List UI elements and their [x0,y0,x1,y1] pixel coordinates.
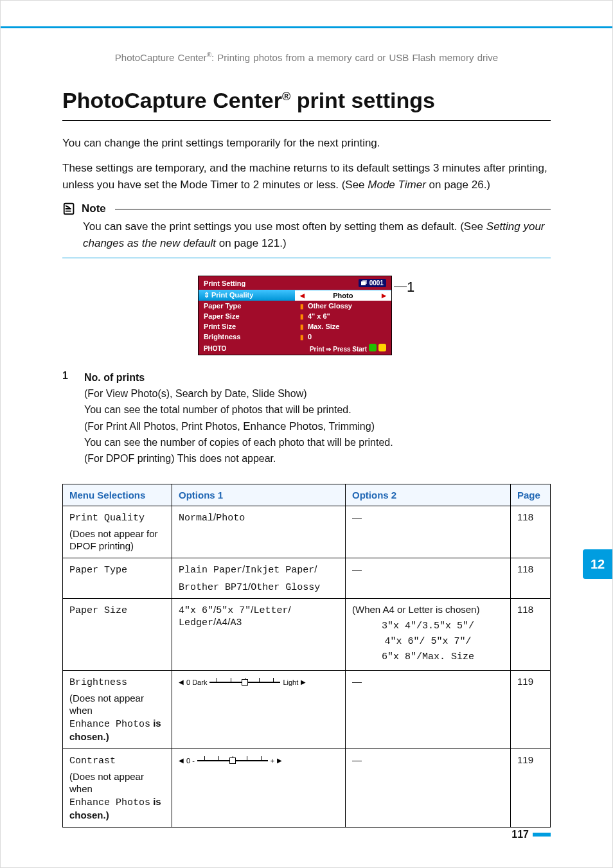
cell-page: 119 [511,670,551,748]
slider-track [209,679,280,686]
table-row: Print Quality (Does not appear for DPOF … [63,506,551,558]
running-header-suffix: : Printing photos from a memory card or … [211,52,498,63]
lcd-footer-right: Print ⇒ Press Start [310,344,386,353]
lcd-count-value: 0001 [369,279,384,287]
cell-opt1: ◀ 0 - + ▶ [172,748,346,827]
cell-subnote: (Does not appear for DPOF printing) [69,527,165,553]
chapter-tab: 12 [583,549,612,579]
lcd-row-value: ▮Max. Size [295,321,391,332]
cell-menu: Print Quality (Does not appear for DPOF … [63,506,172,558]
settings-table: Menu Selections Options 1 Options 2 Page… [62,484,551,828]
table-header-row: Menu Selections Options 1 Options 2 Page [63,484,551,506]
cell-opt2: — [346,748,511,827]
lcd-title: Print Setting [204,279,245,287]
definition-line: You can see the total number of photos t… [84,402,551,418]
cell-page: 118 [511,506,551,558]
lcd-row-label: Print Size [199,321,295,332]
lcd-row: Brightness ▮0 [199,332,391,342]
brightness-slider-graphic: ◀ 0 Dark Light ▶ [179,678,339,686]
slider-knob [229,757,236,764]
page: PhotoCapture Center®: Printing photos fr… [0,0,613,868]
cell-opt1: ◀ 0 Dark Light ▶ [172,670,346,748]
start-buttons-icon [369,344,386,351]
lcd-screen: Print Setting 0001 ⇕ Print Quality ◀ Pho… [199,276,391,355]
slider-left-label: 0 Dark [186,678,207,686]
cell-opt2: — [346,670,511,748]
slider-right-label: Light [283,678,298,686]
cell-page: 118 [511,598,551,670]
slider-knob [242,679,248,686]
lcd-row-label: Paper Size [199,311,295,321]
definition-line: (For View Photo(s), Search by Date, Slid… [84,386,551,402]
running-header: PhotoCapture Center®: Printing photos fr… [62,51,551,63]
table-row: Paper Size 4"x 6"/5"x 7"/Letter/ Ledger/… [63,598,551,670]
table-row: Paper Type Plain Paper/Inkjet Paper/ Bro… [63,558,551,598]
lcd-count-badge: 0001 [359,279,386,287]
definition-title: No. of prints [84,370,551,386]
cell-opt2: (When A4 or Letter is chosen) 3"x 4"/3.5… [346,598,511,670]
lcd-title-bar: Print Setting 0001 [199,276,391,290]
definition-body: No. of prints (For View Photo(s), Search… [84,370,551,466]
note-icon [62,202,76,216]
page-number-bar [533,833,551,837]
page-title-prefix: PhotoCapture Center [62,88,282,112]
slider-track [197,757,268,764]
definition-line: You can see the number of copies of each… [84,435,551,451]
lcd-row-value: ◀ Photo ▶ [295,290,391,301]
registered-mark: ® [207,51,211,58]
arrow-right-icon: ▶ [277,757,282,764]
device-illustration: Print Setting 0001 ⇕ Print Quality ◀ Pho… [62,276,551,355]
registered-mark: ® [282,90,290,103]
cell-opt2: — [346,506,511,558]
lcd-row-label: Brightness [199,332,295,342]
title-rule [62,120,551,121]
definition-line: (For Print All Photos, Print Photos, Enh… [84,418,551,435]
note-label: Note [82,202,106,215]
cross-ref: Mode Timer [368,179,426,191]
callout-1: 1 [394,279,414,355]
lcd-row-value: ▮4" x 6" [295,311,391,321]
lcd-row: ⇕ Print Quality ◀ Photo ▶ [199,290,391,301]
cell-menu: Contrast (Does not appear when Enhance P… [63,748,172,827]
callout-number: 1 [407,279,414,296]
cell-subnote: (Does not appear when Enhance Photos is … [69,770,165,822]
table-row: Contrast (Does not appear when Enhance P… [63,748,551,827]
col-page: Page [511,484,551,506]
arrow-left-icon: ◀ [179,757,184,764]
cell-opt2: — [346,558,511,598]
cell-menu: Paper Size [63,598,172,670]
page-number: 117 [511,829,551,840]
col-options-1: Options 1 [172,484,346,506]
arrow-left-icon: ◀ [179,678,184,686]
page-title: PhotoCapture Center® print settings [62,87,551,114]
arrow-right-icon: ▶ [301,678,306,686]
content-area: PhotoCapture Center®: Printing photos fr… [1,28,612,853]
photo-stack-icon [361,280,368,286]
definition-number: 1 [62,370,74,466]
cell-subnote: (Does not appear when Enhance Photos is … [69,692,165,743]
lcd-row-value: ▮Other Glossy [295,301,391,311]
lcd-row: Print Size ▮Max. Size [199,321,391,332]
cell-menu: Brightness (Does not appear when Enhance… [63,670,172,748]
lcd-row: Paper Type ▮Other Glossy [199,301,391,311]
page-title-suffix: print settings [290,88,435,112]
note-end-rule [62,258,551,258]
page-number-value: 117 [511,829,529,840]
lcd-row-value: ▮0 [295,332,391,342]
note-rule [115,209,551,209]
cell-opt1: Normal/Photo [172,506,346,558]
cell-opt1: 4"x 6"/5"x 7"/Letter/ Ledger/A4/A3 [172,598,346,670]
note-body: You can save the print settings you use … [83,218,551,251]
cell-page: 118 [511,558,551,598]
col-options-2: Options 2 [346,484,511,506]
running-header-prefix: PhotoCapture Center [115,52,207,63]
slider-left-label: 0 - [186,757,195,765]
lcd-footer: PHOTO Print ⇒ Press Start [199,342,391,355]
lcd-row-label: ⇕ Print Quality [199,290,295,301]
note-heading: Note [62,202,551,216]
cell-opt1: Plain Paper/Inkjet Paper/ Brother BP71/O… [172,558,346,598]
table-row: Brightness (Does not appear when Enhance… [63,670,551,748]
svg-rect-2 [361,281,366,285]
definition-list: 1 No. of prints (For View Photo(s), Sear… [62,370,551,466]
lcd-row: Paper Size ▮4" x 6" [199,311,391,321]
